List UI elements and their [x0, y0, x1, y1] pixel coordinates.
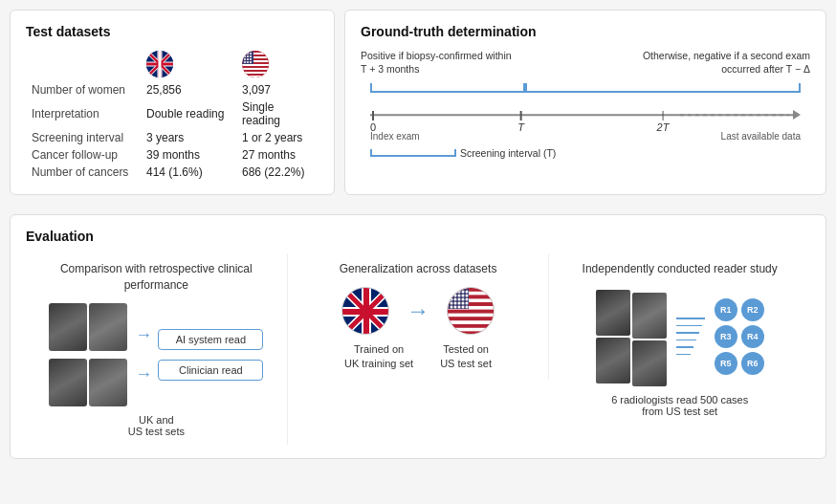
mammo-col-1 [596, 290, 630, 383]
comparison-caption: UK and US test sets [128, 414, 185, 437]
last-data-label: Last available data [721, 131, 801, 142]
left-brace [370, 83, 525, 93]
reader-study-content: R1 R2 R3 R4 R5 R6 [596, 287, 764, 386]
svg-point-76 [462, 301, 465, 304]
test-datasets-card: Test datasets [10, 10, 335, 195]
negative-text: Otherwise, negative if a second exam occ… [619, 49, 810, 76]
arrow-line-6 [676, 354, 691, 356]
ground-truth-title: Ground-truth determination [361, 24, 810, 39]
arrow-icon-top: → [135, 325, 152, 345]
index-exam-label: Index exam [370, 131, 420, 142]
mammo-img-3 [49, 359, 87, 406]
svg-point-63 [451, 294, 453, 296]
svg-point-73 [451, 301, 453, 304]
svg-rect-45 [448, 292, 495, 296]
reader-study-title: Independently conducted reader study [583, 261, 778, 277]
ground-truth-card: Ground-truth determination Positive if b… [344, 10, 826, 195]
arrow-line-1 [676, 318, 705, 319]
mammo-img-4 [89, 359, 127, 406]
mammo-col-2 [632, 293, 667, 386]
ground-truth-diagram: Positive if biopsy-confirmed within T + … [361, 49, 810, 164]
eval-panels-row: Comparison with retrospective clinical p… [26, 253, 810, 445]
arrow-group: → → [135, 325, 152, 384]
us-flag-icon [242, 51, 269, 77]
generalization-content: → [341, 287, 495, 372]
svg-point-78 [451, 305, 453, 308]
svg-point-67 [466, 294, 469, 296]
reader-r3: R3 [715, 325, 737, 348]
svg-rect-51 [448, 313, 495, 317]
svg-rect-16 [242, 68, 269, 70]
table-row: Cancer follow-up 39 months 27 months [26, 146, 319, 164]
us-flag-large [447, 287, 495, 335]
svg-point-58 [451, 290, 453, 293]
screening-brace-icon [370, 149, 456, 157]
reader-r6: R6 [741, 352, 764, 375]
arrow-line-2 [676, 325, 702, 327]
svg-point-74 [454, 301, 457, 304]
svg-point-27 [247, 58, 249, 60]
timeline: 0 T 2T [370, 100, 801, 129]
clinician-read-box: Clinician read [158, 360, 263, 381]
svg-point-65 [458, 294, 461, 296]
svg-rect-15 [242, 64, 269, 66]
mammogram-images [49, 303, 127, 406]
generalization-title: Generalization across datasets [340, 261, 497, 277]
svg-point-24 [247, 55, 249, 57]
svg-point-75 [458, 301, 461, 304]
svg-point-21 [247, 53, 249, 55]
read-boxes: AI system read Clinician read [158, 329, 263, 381]
svg-point-61 [462, 290, 465, 293]
uk-flag-large [341, 287, 389, 335]
braces-row [370, 79, 801, 100]
reader-study-panel: Independently conducted reader study [549, 253, 810, 425]
flag-arrow-icon: → [407, 297, 429, 324]
svg-point-66 [462, 294, 465, 296]
test-datasets-title: Test datasets [26, 24, 319, 39]
svg-rect-55 [448, 328, 495, 332]
svg-rect-52 [448, 317, 495, 320]
reader-mammo-stack [596, 287, 667, 386]
timeline-sublabels: Index exam Last available data [370, 131, 801, 142]
svg-point-70 [458, 297, 461, 300]
marker-0: 0 [370, 111, 376, 133]
reader-mammo-3 [632, 293, 667, 339]
svg-point-68 [451, 297, 453, 300]
table-row: Number of women 25,856 3,097 [26, 81, 319, 99]
screening-interval-text: Screening interval (T) [460, 147, 556, 159]
svg-point-60 [458, 290, 461, 293]
positive-text: Positive if biopsy-confirmed within T + … [361, 49, 518, 76]
svg-rect-54 [448, 324, 495, 328]
timeline-arrowhead [793, 110, 801, 120]
svg-rect-56 [448, 331, 495, 334]
svg-point-62 [466, 290, 469, 293]
mammo-img-2 [89, 303, 127, 351]
svg-point-26 [244, 58, 246, 60]
svg-point-71 [462, 297, 465, 300]
reader-mammo-4 [632, 340, 667, 386]
svg-point-20 [244, 53, 246, 55]
ai-read-box: AI system read [158, 329, 263, 350]
arrow-line-5 [676, 346, 693, 348]
reader-mammo-2 [596, 338, 630, 383]
tick-T [520, 111, 522, 121]
tested-label: Tested on US test set [440, 342, 492, 372]
flag-header-row [26, 49, 319, 81]
gt-annotations: Positive if biopsy-confirmed within T + … [361, 49, 810, 76]
svg-rect-53 [448, 320, 495, 324]
uk-flag-icon [146, 51, 173, 77]
svg-point-77 [466, 301, 469, 304]
svg-point-80 [458, 305, 461, 308]
reader-r1: R1 [715, 298, 737, 321]
dashed-section [680, 115, 789, 117]
trained-label: Trained on UK training set [344, 342, 413, 372]
mammo-img-1 [49, 303, 87, 351]
reads-layout: → → AI system read Clinician read [135, 325, 263, 384]
test-datasets-table: Number of women 25,856 3,097 Interpretat… [26, 49, 319, 181]
svg-rect-18 [242, 76, 269, 77]
svg-point-29 [244, 61, 246, 63]
evaluation-title: Evaluation [26, 229, 810, 244]
generalization-panel: Generalization across datasets [288, 253, 550, 380]
table-row: Number of cancers 414 (1.6%) 686 (22.2%) [26, 164, 319, 181]
svg-point-28 [250, 58, 252, 60]
